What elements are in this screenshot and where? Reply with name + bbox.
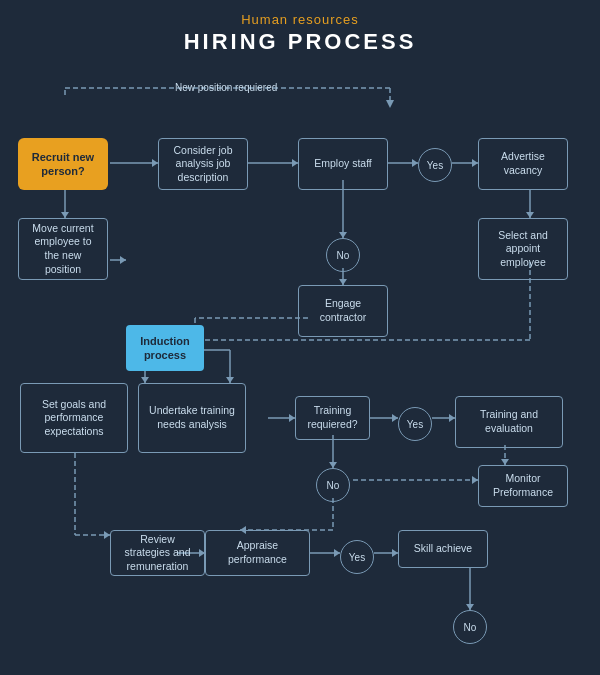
review-node: Review strategies and remuneration [110,530,205,576]
main-title: HIRING PROCESS [0,29,600,55]
yes1-circle: Yes [418,148,452,182]
advertise-node: Advertise vacancy [478,138,568,190]
diagram: Human resources HIRING PROCESS [0,0,600,675]
employ-node: Employ staff [298,138,388,190]
training-req-node: Training requiered? [295,396,370,440]
select-node: Select and appoint employee [478,218,568,280]
no3-circle: No [453,610,487,644]
title-section: Human resources HIRING PROCESS [0,0,600,55]
recruit-node: Recruit new person? [18,138,108,190]
consider-node: Consider job analysis job description [158,138,248,190]
set-goals-node: Set goals and performance expectations [20,383,128,453]
training-eval-node: Training and evaluation [455,396,563,448]
subtitle: Human resources [0,12,600,27]
induction-node: Induction process [126,325,204,371]
move-node: Move current employee to the new positio… [18,218,108,280]
svg-marker-36 [392,414,398,422]
undertake-node: Undertake training needs analysis [138,383,246,453]
appraise-node: Appraise performance [205,530,310,576]
no1-circle: No [326,238,360,272]
no2-circle: No [316,468,350,502]
svg-marker-3 [386,100,394,108]
monitor-node: Monitor Preformance [478,465,568,507]
yes3-circle: Yes [340,540,374,574]
skill-node: Skill achieve [398,530,488,568]
yes2-circle: Yes [398,407,432,441]
engage-node: Engage contractor [298,285,388,337]
svg-marker-21 [120,256,126,264]
new-position-label: New position requiered [175,82,277,93]
